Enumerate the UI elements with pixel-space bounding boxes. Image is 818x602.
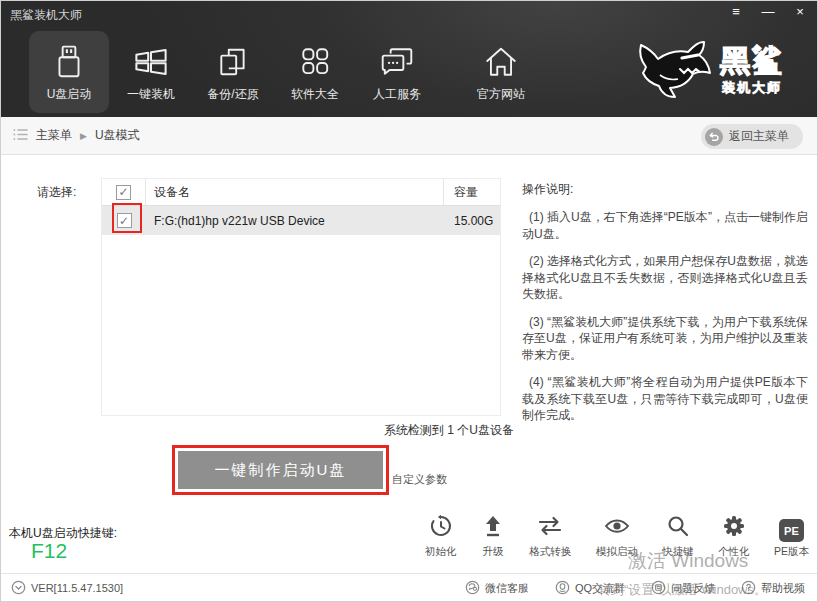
toolbar-item-official-website[interactable]: 官方网站 [461, 31, 541, 113]
breadcrumb: 主菜单 ▶ U盘模式 [13, 117, 140, 154]
app-window: 黑鲨装机大师 ≡ — × U盘启动 [0, 0, 818, 602]
instruction-step-2: (2) 选择格式化方式，如果用户想保存U盘数据，就选择格式化U盘且不丢失数据，否… [522, 253, 808, 303]
statusbar: VER[11.5.47.1530] 微信客服 [1, 573, 817, 602]
return-main-menu-button[interactable]: 返回主菜单 [701, 124, 803, 149]
feedback-icon [651, 580, 666, 597]
window-title: 黑鲨装机大师 [10, 7, 82, 24]
eye-icon [604, 514, 630, 542]
instruction-step-1: (1) 插入U盘，右下角选择“PE版本”，点击一键制作启动U盘。 [522, 209, 808, 242]
brand-logo: 黑鲨 装机大师 [632, 31, 807, 111]
toolbar-item-manual-service[interactable]: 人工服务 [357, 31, 437, 113]
toolbar-item-usb-boot[interactable]: U盘启动 [29, 31, 109, 113]
help-video-link[interactable]: 帮助视频 [741, 580, 805, 597]
header-checkbox-cell: ✓ [102, 179, 146, 205]
version-text: VER[11.5.47.1530] [31, 582, 123, 594]
brand-logotype: 黑鲨 装机大师 [720, 45, 784, 97]
toolbar-item-one-key-install[interactable]: 一键装机 [111, 31, 191, 113]
initialize-icon [429, 514, 453, 542]
status-links: 微信客服 QQ交流群 [465, 574, 805, 602]
tool-simulate-boot[interactable]: 模拟启动 [596, 514, 638, 559]
wechat-icon [465, 580, 480, 597]
feedback-link[interactable]: 问题反馈 [651, 580, 715, 597]
toolbar-item-label: 官方网站 [477, 86, 525, 103]
tool-label: PE版本 [774, 545, 809, 559]
app-grid-icon [298, 42, 332, 82]
boot-hotkey-value: F12 [31, 539, 67, 563]
row-checkbox-cell: ✓ [102, 206, 146, 235]
instructions-panel: 操作说明: (1) 插入U盘，右下角选择“PE版本”，点击一键制作启动U盘。 (… [522, 181, 808, 424]
list-icon [13, 127, 28, 145]
device-capacity: 15.00G [444, 214, 500, 228]
tool-label: 个性化 [718, 545, 750, 559]
help-icon [741, 580, 756, 597]
footer-tools: 初始化 升级 格式转换 [425, 514, 809, 559]
device-row[interactable]: ✓ F:G:(hd1)hp v221w USB Device 15.00G [102, 206, 500, 235]
return-main-menu-label: 返回主菜单 [729, 128, 789, 145]
toolbar-item-label: U盘启动 [47, 86, 92, 103]
device-table: ✓ 设备名 容量 ✓ F:G:(hd1)hp v221w USB Device … [101, 178, 501, 416]
status-link-label: 帮助视频 [761, 581, 805, 596]
device-checkbox[interactable]: ✓ [117, 213, 132, 228]
device-name-header: 设备名 [146, 179, 444, 205]
copy-pages-icon [216, 42, 250, 82]
tool-upgrade[interactable]: 升级 [481, 514, 505, 559]
custom-params-link[interactable]: 自定义参数 [392, 472, 447, 487]
detect-status-text: 系统检测到 1 个U盘设备 [384, 422, 514, 439]
qq-group-link[interactable]: QQ交流群 [555, 580, 625, 597]
pe-badge-icon: PE [779, 519, 804, 542]
tool-format-convert[interactable]: 格式转换 [529, 514, 571, 559]
toolbar-item-label: 一键装机 [127, 86, 175, 103]
breadcrumb-bar: 主菜单 ▶ U盘模式 返回主菜单 [1, 117, 817, 155]
wechat-service-link[interactable]: 微信客服 [465, 580, 529, 597]
magnifier-icon [666, 514, 690, 542]
main-toolbar: U盘启动 一键装机 [29, 31, 543, 113]
menu-icon[interactable]: ≡ [727, 3, 745, 21]
qq-icon [555, 580, 570, 597]
chat-bubbles-icon [379, 42, 415, 82]
tool-personalize[interactable]: 个性化 [718, 514, 750, 559]
tool-label: 升级 [482, 545, 503, 559]
toolbar-item-label: 人工服务 [373, 86, 421, 103]
status-link-label: 微信客服 [485, 581, 529, 596]
device-table-header: ✓ 设备名 容量 [102, 179, 500, 206]
format-convert-icon [537, 514, 563, 542]
toolbar-item-backup-restore[interactable]: 备份/还原 [193, 31, 273, 113]
tool-label: 快捷键 [662, 545, 694, 559]
make-boot-usb-button[interactable]: 一键制作启动U盘 [178, 451, 383, 489]
tool-hotkeys[interactable]: 快捷键 [662, 514, 694, 559]
breadcrumb-main-menu[interactable]: 主菜单 [36, 127, 72, 144]
close-icon[interactable]: × [791, 3, 809, 21]
device-name: F:G:(hd1)hp v221w USB Device [146, 206, 444, 235]
status-link-label: QQ交流群 [575, 581, 625, 596]
instruction-step-4: (4) “黑鲨装机大师”将全程自动为用户提供PE版本下载及系统下载至U盘，只需等… [522, 374, 808, 424]
gear-icon [722, 514, 746, 542]
breadcrumb-arrow-icon: ▶ [80, 131, 87, 141]
select-label: 请选择: [37, 184, 76, 201]
windows-icon [133, 42, 169, 82]
back-arrow-icon [705, 128, 723, 146]
window-controls: ≡ — × [727, 3, 809, 21]
tool-label: 模拟启动 [596, 545, 638, 559]
toolbar-item-label: 备份/还原 [207, 86, 258, 103]
header: 黑鲨装机大师 ≡ — × U盘启动 [1, 1, 817, 117]
instruction-step-3: (3) “黑鲨装机大师”提供系统下载，为用户下载系统保存至U盘，保证用户有系统可… [522, 314, 808, 364]
upgrade-icon [481, 514, 505, 542]
status-link-label: 问题反馈 [671, 581, 715, 596]
tool-pe-version[interactable]: PE PE版本 [774, 519, 809, 559]
shark-mascot-icon [632, 33, 718, 109]
toolbar-item-label: 软件大全 [291, 86, 339, 103]
logo-title: 黑鲨 [720, 45, 784, 77]
version-info[interactable]: VER[11.5.47.1530] [11, 574, 123, 602]
minimize-icon[interactable]: — [759, 3, 777, 21]
toolbar-item-software-collection[interactable]: 软件大全 [275, 31, 355, 113]
breadcrumb-current: U盘模式 [95, 127, 140, 144]
capacity-header: 容量 [444, 184, 500, 201]
tool-label: 格式转换 [529, 545, 571, 559]
tool-initialize[interactable]: 初始化 [425, 514, 457, 559]
tool-label: 初始化 [425, 545, 457, 559]
version-chevron-icon [11, 580, 26, 597]
select-all-checkbox[interactable]: ✓ [116, 185, 131, 200]
logo-subtitle: 装机大师 [720, 79, 784, 97]
usb-drive-icon [52, 42, 86, 82]
instructions-title: 操作说明: [522, 181, 808, 198]
